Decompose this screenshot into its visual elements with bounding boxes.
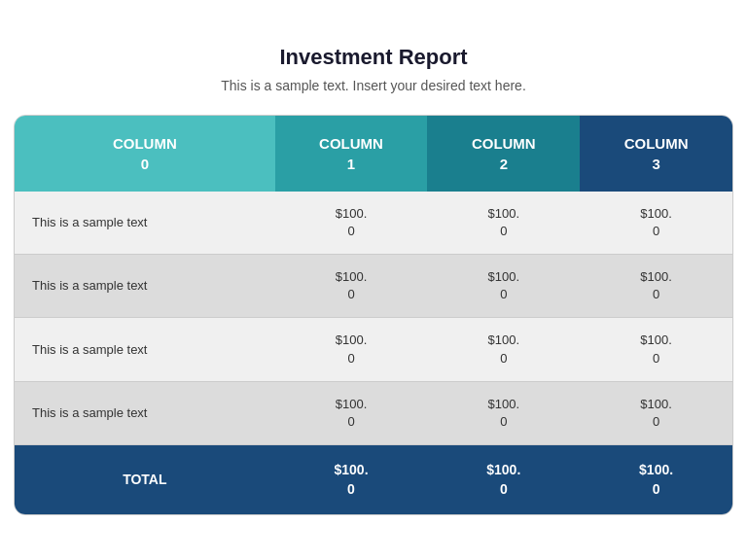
- total-col3: $100.0: [580, 445, 732, 515]
- row2-label: This is a sample text: [15, 318, 275, 381]
- header-row: COLUMN 0 COLUMN 1 COLUMN 2 COLUMN 3: [15, 116, 732, 192]
- table-header: COLUMN 0 COLUMN 1 COLUMN 2 COLUMN 3: [15, 116, 732, 192]
- row0-col2: $100.0: [427, 192, 580, 255]
- header-col2-line1: COLUMN: [472, 135, 536, 152]
- total-col1: $100.0: [275, 445, 428, 515]
- page-container: Investment Report This is a sample text.…: [14, 45, 733, 516]
- header-col0: COLUMN 0: [15, 116, 275, 192]
- row0-col3: $100.0: [580, 192, 732, 255]
- header-col2: COLUMN 2: [427, 116, 580, 192]
- header-col1-line2: 1: [347, 156, 355, 172]
- page-title: Investment Report: [279, 45, 467, 70]
- table-footer: TOTAL $100.0 $100.0 $100.0: [15, 445, 732, 515]
- investment-table: COLUMN 0 COLUMN 1 COLUMN 2 COLUMN 3: [15, 116, 732, 515]
- total-row: TOTAL $100.0 $100.0 $100.0: [15, 445, 732, 515]
- header-col2-line2: 2: [500, 156, 508, 172]
- table-row: This is a sample text $100.0 $100.0 $100…: [15, 192, 732, 255]
- total-col2: $100.0: [427, 445, 580, 515]
- row0-label: This is a sample text: [15, 192, 275, 255]
- row1-col2: $100.0: [427, 255, 580, 318]
- row3-col1: $100.0: [275, 381, 428, 444]
- row3-col2: $100.0: [427, 381, 580, 444]
- table-row: This is a sample text $100.0 $100.0 $100…: [15, 381, 732, 444]
- total-label: TOTAL: [15, 445, 275, 515]
- header-col0-line1: COLUMN: [113, 135, 177, 152]
- row2-col2: $100.0: [427, 318, 580, 381]
- header-col1-line1: COLUMN: [319, 135, 383, 152]
- header-col0-line2: 0: [141, 156, 149, 172]
- table-row: This is a sample text $100.0 $100.0 $100…: [15, 255, 732, 318]
- row1-col3: $100.0: [580, 255, 732, 318]
- row1-col1: $100.0: [275, 255, 428, 318]
- row3-label: This is a sample text: [15, 381, 275, 444]
- page-subtitle: This is a sample text. Insert your desir…: [221, 78, 526, 93]
- row0-col1: $100.0: [275, 192, 428, 255]
- header-col3-line2: 3: [652, 156, 659, 172]
- row3-col3: $100.0: [580, 381, 732, 444]
- table-row: This is a sample text $100.0 $100.0 $100…: [15, 318, 732, 381]
- row1-label: This is a sample text: [15, 255, 275, 318]
- table-body: This is a sample text $100.0 $100.0 $100…: [15, 192, 732, 445]
- row2-col1: $100.0: [275, 318, 428, 381]
- header-col1: COLUMN 1: [275, 116, 428, 192]
- row2-col3: $100.0: [580, 318, 732, 381]
- header-col3: COLUMN 3: [580, 116, 732, 192]
- investment-table-wrapper: COLUMN 0 COLUMN 1 COLUMN 2 COLUMN 3: [14, 115, 733, 516]
- header-col3-line1: COLUMN: [624, 135, 689, 152]
